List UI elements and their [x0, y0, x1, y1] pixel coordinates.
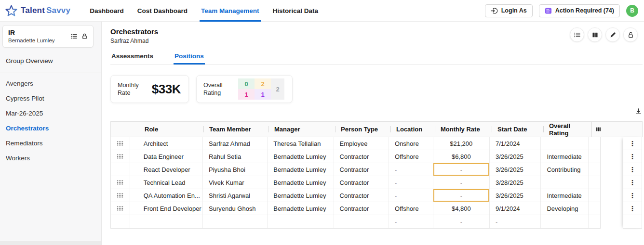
app-logo[interactable]: TalentSavvy: [5, 4, 70, 17]
cell-start-date[interactable]: 3/26/2025: [490, 150, 541, 163]
cell-manager[interactable]: Bernadette Lumley: [268, 163, 334, 176]
cell-person-type[interactable]: [334, 215, 389, 228]
cell-person-type[interactable]: Contractor: [334, 176, 389, 189]
cell-overall-rating[interactable]: Developing: [541, 202, 589, 215]
column-header-person-type[interactable]: Person Type: [335, 122, 390, 137]
column-view-button[interactable]: [588, 27, 602, 42]
cell-manager[interactable]: Bernadette Lumley: [268, 189, 334, 202]
cell-location[interactable]: -: [389, 163, 433, 176]
row-menu-button[interactable]: ⋮: [629, 140, 636, 147]
action-required-button[interactable]: Action Required (74): [539, 4, 620, 17]
cell-team-member[interactable]: [203, 215, 268, 228]
cell-start-date[interactable]: -: [490, 215, 541, 228]
cell-person-type[interactable]: Employee: [334, 137, 389, 150]
sidebar-item-workers[interactable]: Workers: [0, 151, 101, 166]
row-menu-button[interactable]: ⋮: [629, 192, 636, 199]
cell-team-member[interactable]: Piyusha Bhoi: [203, 163, 268, 176]
cell-location[interactable]: -: [389, 215, 433, 228]
cell-location[interactable]: -: [389, 189, 433, 202]
cell-person-type[interactable]: Contractor: [334, 163, 389, 176]
cell-role[interactable]: Front End Developer: [130, 202, 203, 215]
tab-positions[interactable]: Positions: [174, 49, 205, 64]
cell-role[interactable]: Technical Lead: [130, 176, 203, 189]
cell-role[interactable]: Architect: [130, 137, 203, 150]
cell-start-date[interactable]: 3/26/2025: [490, 163, 541, 176]
cell-team-member[interactable]: Shristi Agarwal: [203, 189, 268, 202]
cell-monthly-rate[interactable]: $21,200: [433, 137, 490, 150]
cell-location[interactable]: Offshore: [389, 150, 433, 163]
cell-manager[interactable]: [268, 215, 334, 228]
nav-item-historical-data[interactable]: Historical Data: [273, 0, 319, 22]
cell-manager[interactable]: Theresa Tellalian: [268, 137, 334, 150]
column-header-overall-rating[interactable]: Overall Rating: [543, 122, 591, 137]
cell-team-member[interactable]: Suryendu Ghosh: [203, 202, 268, 215]
drag-handle-icon[interactable]: [117, 180, 123, 185]
row-menu-button[interactable]: ⋮: [629, 179, 636, 186]
cell-start-date[interactable]: 9/1/2024: [490, 202, 541, 215]
cell-role[interactable]: [130, 215, 203, 228]
cell-monthly-rate[interactable]: -: [433, 176, 490, 189]
cell-location[interactable]: -: [389, 176, 433, 189]
cell-person-type[interactable]: Contractor: [334, 202, 389, 215]
cell-overall-rating[interactable]: Contributing: [541, 163, 589, 176]
cell-monthly-rate[interactable]: $6,800: [433, 150, 490, 163]
list-icon[interactable]: [70, 33, 78, 40]
sidebar-item-remediators[interactable]: Remediators: [0, 136, 101, 151]
cell-overall-rating[interactable]: [541, 215, 589, 228]
cell-monthly-rate-highlighted[interactable]: -: [433, 189, 490, 202]
column-header-monthly-rate[interactable]: Monthly Rate: [435, 122, 492, 137]
sidebar-scrollbar[interactable]: [0, 241, 101, 245]
drag-handle-icon[interactable]: [117, 141, 123, 146]
login-as-button[interactable]: Login As: [485, 4, 533, 17]
cell-start-date[interactable]: 3/26/2025: [490, 189, 541, 202]
column-header-manager[interactable]: Manager: [268, 122, 335, 137]
cell-overall-rating[interactable]: [541, 137, 589, 150]
list-view-button[interactable]: [570, 27, 584, 42]
row-menu-button[interactable]: ⋮: [629, 205, 636, 212]
cell-monthly-rate[interactable]: -: [433, 215, 490, 228]
cell-overall-rating[interactable]: [541, 176, 589, 189]
cell-role[interactable]: Data Engineer: [130, 150, 203, 163]
sidebar-item-orchestrators[interactable]: Orchestrators: [0, 121, 101, 136]
column-header-start-date[interactable]: Start Date: [492, 122, 543, 137]
user-avatar[interactable]: B: [626, 5, 638, 17]
cell-monthly-rate[interactable]: $4,800: [433, 202, 490, 215]
tab-assessments[interactable]: Assessments: [110, 49, 154, 64]
cell-team-member[interactable]: Rahul Setia: [203, 150, 268, 163]
cell-overall-rating[interactable]: Intermediate: [541, 150, 589, 163]
cell-manager[interactable]: Bernadette Lumley: [268, 176, 334, 189]
edit-button[interactable]: [605, 27, 620, 42]
sidebar-item-avengers[interactable]: Avengers: [0, 76, 101, 91]
cell-overall-rating[interactable]: Intermediate: [541, 189, 589, 202]
cell-role[interactable]: React Developer: [130, 163, 203, 176]
download-button[interactable]: [635, 108, 642, 116]
cell-team-member[interactable]: Vivek Kumar: [203, 176, 268, 189]
drag-handle-icon[interactable]: [117, 206, 123, 211]
nav-item-dashboard[interactable]: Dashboard: [90, 0, 124, 22]
drag-handle-icon[interactable]: [117, 154, 123, 159]
cell-monthly-rate-highlighted[interactable]: -: [433, 163, 490, 176]
cell-manager[interactable]: Bernadette Lumley: [268, 202, 334, 215]
nav-item-team-management[interactable]: Team Management: [201, 0, 259, 22]
sidebar-item-mar-26-2025[interactable]: Mar-26-2025: [0, 106, 101, 121]
cell-start-date[interactable]: 7/1/2024: [490, 137, 541, 150]
cell-person-type[interactable]: Contractor: [334, 150, 389, 163]
row-menu-button[interactable]: ⋮: [629, 153, 636, 160]
drag-handle-icon[interactable]: [117, 193, 123, 198]
sidebar-item-cypress-pilot[interactable]: Cypress Pilot: [0, 91, 101, 106]
unlock-button[interactable]: [623, 27, 638, 42]
column-header-team-member[interactable]: Team Member: [203, 122, 268, 137]
column-settings-button[interactable]: [591, 122, 605, 137]
cell-team-member[interactable]: Sarfraz Ahmad: [203, 137, 268, 150]
cell-person-type[interactable]: Contractor: [334, 189, 389, 202]
lock-icon[interactable]: [81, 33, 88, 40]
sidebar-item-group-overview[interactable]: Group Overview: [6, 57, 101, 64]
cell-location[interactable]: Offshore: [389, 202, 433, 215]
nav-item-cost-dashboard[interactable]: Cost Dashboard: [137, 0, 188, 22]
column-header-role[interactable]: Role: [130, 122, 203, 137]
cell-start-date[interactable]: 3/28/2025: [490, 176, 541, 189]
row-menu-button[interactable]: ⋮: [629, 166, 636, 173]
cell-location[interactable]: Onshore: [389, 137, 433, 150]
column-header-location[interactable]: Location: [390, 122, 435, 137]
cell-role[interactable]: QA Automation En...: [130, 189, 203, 202]
